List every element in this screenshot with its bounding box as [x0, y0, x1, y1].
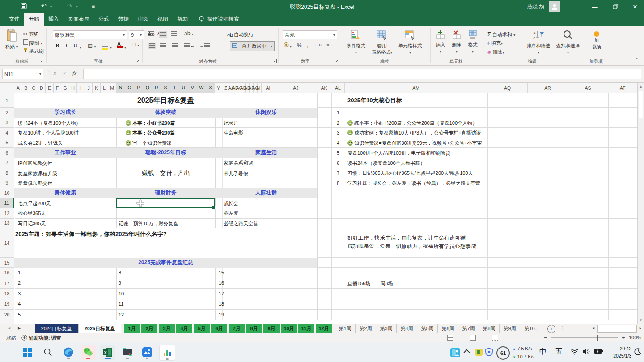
merged-cell[interactable]: 赚钱，交付，产出	[117, 158, 215, 188]
wrap-text-button[interactable]: ab̲ 自动换行	[227, 31, 254, 38]
row-header-18[interactable]: 18	[0, 289, 14, 299]
excel-icon[interactable]: X	[100, 345, 115, 360]
delete-cells-button[interactable]: 删除▾	[449, 29, 464, 54]
align-center-icon[interactable]	[160, 43, 166, 48]
phonetic-guide-icon[interactable]: 文̄ ▾	[132, 42, 139, 47]
cell[interactable]: 复盘100讲，个人品牌100讲	[15, 128, 116, 138]
cell[interactable]: 复盘俱乐部交付	[15, 178, 116, 188]
section-header[interactable]: 人际社群	[215, 189, 317, 197]
row-header-9[interactable]: 9	[0, 178, 14, 189]
vertical-scrollbar[interactable]: ▲ ▼	[637, 83, 644, 324]
list-cell[interactable]: 10	[117, 289, 215, 299]
align-top-icon[interactable]	[148, 31, 154, 37]
sheet-tab-第9周[interactable]: 第9周	[500, 324, 520, 333]
list-cell[interactable]: 4	[15, 299, 116, 309]
column-header-T[interactable]: T	[170, 83, 179, 93]
addins-button[interactable]: 加载项	[584, 29, 609, 50]
row-header-3[interactable]: 3	[0, 118, 14, 128]
chart-app-icon[interactable]	[159, 345, 175, 361]
alignment-dialog-launcher[interactable]	[273, 59, 277, 63]
bold-button[interactable]: B	[55, 42, 59, 49]
cell[interactable]: 七点早起200天	[15, 198, 116, 208]
tab-scroll-right-icon[interactable]: ▶	[18, 326, 21, 330]
moon-icon[interactable]	[634, 348, 641, 355]
restore-button[interactable]	[606, 0, 624, 13]
paste-button[interactable]: 粘贴 ▾	[2, 29, 21, 50]
page-break-view-icon[interactable]	[492, 335, 498, 341]
list-cell[interactable]: 9	[117, 278, 215, 288]
ime-mode-indicator[interactable]: 中	[539, 347, 547, 357]
column-header-C[interactable]: C	[30, 83, 38, 93]
name-box[interactable]: N11▾	[2, 69, 43, 79]
insert-cells-button[interactable]: 插入▾	[433, 29, 448, 54]
panel-note[interactable]: 好好工作，快乐生活，用心复盘，让生命有迹可循成功既是爱，爱是一切原动力，祝福所有…	[347, 234, 476, 251]
cloud-app-icon[interactable]	[140, 345, 155, 360]
selected-cell-N11[interactable]	[116, 198, 215, 208]
row-header-8[interactable]: 8	[0, 168, 14, 178]
hscroll-right-icon[interactable]: ►	[639, 326, 643, 330]
sheet-tab-第5周[interactable]: 第5周	[417, 324, 438, 333]
column-header-AR[interactable]: AR	[528, 83, 568, 93]
column-header-L[interactable]: L	[101, 83, 109, 93]
tray-app-icon[interactable]	[450, 347, 461, 358]
row-header-20[interactable]: 20	[0, 310, 14, 320]
column-header-V[interactable]: V	[188, 83, 197, 93]
minimize-button[interactable]: —	[586, 0, 604, 13]
column-header-AQ[interactable]: AQ	[487, 83, 528, 93]
menu-tab-审阅[interactable]: 审阅	[133, 13, 153, 26]
taskbar-search-icon[interactable]	[40, 345, 55, 360]
section-header[interactable]: 聪聪-2025年目标	[116, 149, 215, 156]
cell[interactable]: 写日记365天	[15, 219, 116, 228]
list-cell[interactable]: 11	[117, 299, 215, 309]
menu-tab-页面布局[interactable]: 页面布局	[64, 13, 94, 26]
column-header-W[interactable]: W	[197, 83, 206, 93]
column-header-AK[interactable]: AK	[317, 83, 331, 93]
font-color-button[interactable]: A	[117, 41, 123, 48]
column-header-I[interactable]: I	[77, 83, 85, 93]
zoom-in-button[interactable]: +	[622, 334, 625, 341]
fx-icon[interactable]: fx	[72, 70, 76, 77]
sheet-tab-第10...[interactable]: 第10...	[520, 324, 543, 333]
column-header-K[interactable]: K	[93, 83, 101, 93]
conditional-formatting-button[interactable]: 条件格式▾	[343, 29, 369, 55]
sheet-tab-11月[interactable]: 11月	[298, 324, 314, 333]
panel-live-note[interactable]: 直播156场，一周3场	[347, 278, 393, 289]
row-header-11[interactable]: 11	[0, 198, 14, 209]
panel-item-number[interactable]: 6	[331, 158, 345, 168]
row-header-19[interactable]: 19	[0, 299, 14, 309]
panel-item-number[interactable]: 4	[331, 138, 345, 148]
decrease-indent-icon[interactable]: ←	[184, 43, 195, 48]
column-header-H[interactable]: H	[69, 83, 77, 93]
fill-handle[interactable]	[212, 206, 216, 209]
wechat-icon[interactable]	[80, 345, 96, 360]
avatar[interactable]	[549, 1, 560, 12]
sheet-tab-5月[interactable]: 5月	[194, 324, 210, 333]
row-header-1[interactable]: 1	[0, 93, 14, 108]
fill-color-dropdown-icon[interactable]: ▾	[110, 46, 112, 50]
section-header[interactable]: 体验突破	[116, 109, 215, 116]
underline-button[interactable]: U	[73, 42, 77, 49]
cell[interactable]: 写一个知识付费课	[117, 138, 215, 148]
panel-item-text[interactable]: 成功案例：复盘家族10人+IP3人），公众号专栏+直播访谈	[347, 128, 481, 138]
sheet-tab-第6周[interactable]: 第6周	[438, 324, 458, 333]
scroll-down-icon[interactable]: ▼	[638, 316, 644, 324]
panel-item-text[interactable]: 练本事：小红书200篇，公众号200篇（复盘100个人物）	[347, 118, 477, 128]
list-cell[interactable]: 15	[216, 268, 317, 278]
column-header-B[interactable]: B	[22, 83, 30, 93]
column-header-U[interactable]: U	[179, 83, 188, 93]
clipboard-dialog-launcher[interactable]	[40, 59, 44, 63]
column-header-M[interactable]: M	[108, 83, 116, 93]
panel-item-number[interactable]: 3	[331, 128, 345, 138]
row-header-2[interactable]: 2	[0, 108, 14, 118]
panel-item-text[interactable]: 读书24本（读复盘100个人物书籍）	[347, 158, 425, 168]
theme-cell[interactable]: 2025主题：如果生活像一部电影，你的2025年叫什么名字?	[15, 230, 167, 238]
enter-icon[interactable]: ✓	[63, 71, 67, 76]
row-header-15[interactable]: 15	[0, 258, 14, 268]
section-header[interactable]: 学习成长	[14, 109, 116, 116]
panel-item-number[interactable]: 1	[331, 108, 345, 118]
hscroll-left-icon[interactable]: ◄	[591, 326, 595, 330]
orientation-icon[interactable]: ab̷ ▾	[184, 30, 194, 37]
row-header-13[interactable]: 13	[0, 219, 14, 229]
cell[interactable]: 记账：预算10万，财务复盘	[117, 219, 215, 228]
tray-expand-chevron-icon[interactable]	[465, 349, 470, 354]
